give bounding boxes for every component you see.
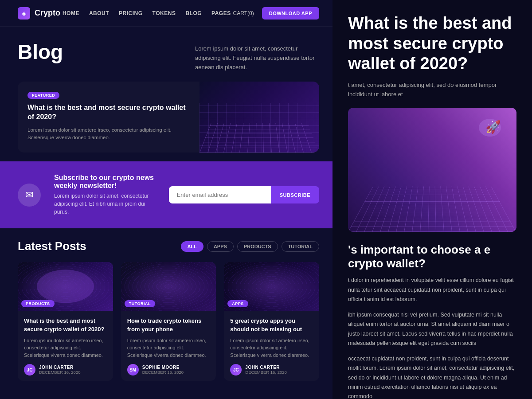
- laptop-keyboard-graphic: [200, 123, 319, 153]
- author-avatar-1: JC: [24, 364, 35, 376]
- posts-grid: PRODUCTS What is the best and most secur…: [18, 262, 319, 381]
- filter-products[interactable]: PRODUCTS: [237, 241, 278, 252]
- post-card-3[interactable]: APPS 5 great crypto apps you should not …: [224, 262, 319, 381]
- rocket-icon: 🚀: [477, 114, 503, 141]
- left-panel: ◈ Crypto HOME ABOUT PRICING TOKENS BLOG …: [0, 0, 337, 399]
- right-panel: What is the best and most secure crypto …: [332, 0, 532, 399]
- laptop-image: 🚀: [348, 108, 516, 232]
- featured-text: Lorem ipsum dolor sit ametero irseo, con…: [27, 126, 190, 142]
- cart-link[interactable]: CART(0): [233, 10, 254, 16]
- filter-tutorial[interactable]: TUTORIAL: [282, 241, 319, 252]
- post-text-1: Lorem ipsum dolor sit ametero irseo, con…: [24, 337, 107, 359]
- logo-icon: ◈: [18, 7, 30, 20]
- post-badge-3: APPS: [227, 300, 248, 307]
- post-title-2: How to trade crypto tokens from your pho…: [127, 317, 210, 333]
- author-date-2: DECEMBER 16, 2020: [142, 370, 184, 375]
- blog-title: Blog: [18, 40, 63, 64]
- newsletter-section: ✉ Subscribe to our crypto news weekly ne…: [0, 161, 337, 228]
- featured-content: FEATURED What is the best and most secur…: [18, 82, 200, 153]
- svg-text:🚀: 🚀: [485, 120, 501, 134]
- nav-pricing[interactable]: PRICING: [119, 10, 143, 16]
- email-icon: ✉: [18, 184, 41, 207]
- post-content-1: What is the best and most secure crypto …: [18, 311, 113, 381]
- blog-description: Lorem ipsum dolor sit amet, consectetur …: [195, 44, 319, 72]
- logo-text: Crypto: [35, 8, 60, 18]
- nav-tokens[interactable]: TOKENS: [153, 10, 176, 16]
- author-date-1: DECEMBER 16, 2020: [39, 370, 80, 375]
- nav-about[interactable]: ABOUT: [89, 10, 109, 16]
- article-body: 's important to choose a e crypto wallet…: [348, 243, 516, 399]
- author-info-1: JOHN CARTER DECEMBER 16, 2020: [39, 365, 80, 375]
- featured-badge: FEATURED: [27, 92, 59, 99]
- logo[interactable]: ◈ Crypto: [18, 7, 60, 20]
- article-hero-text: t amet, consectetur adipiscing elit, sed…: [348, 81, 516, 99]
- navbar: ◈ Crypto HOME ABOUT PRICING TOKENS BLOG …: [0, 0, 337, 27]
- author-name-2: SOPHIE MOORE: [142, 365, 184, 370]
- latest-posts-section: Latest Posts ALL APPS PRODUCTS TUTORIAL …: [0, 228, 337, 392]
- post-badge-1: PRODUCTS: [21, 300, 55, 307]
- post-badge-2: TUTORIAL: [125, 300, 155, 307]
- blog-section: Blog Lorem ipsum dolor sit amet, consect…: [0, 27, 337, 161]
- nav-blog[interactable]: BLOG: [185, 10, 202, 16]
- latest-header: Latest Posts ALL APPS PRODUCTS TUTORIAL: [18, 239, 319, 253]
- post-title-3: 5 great crypto apps you should not be mi…: [230, 317, 313, 333]
- featured-image: [200, 82, 319, 153]
- nav-home[interactable]: HOME: [63, 10, 79, 16]
- email-input[interactable]: [169, 186, 271, 203]
- post-card-2[interactable]: TUTORIAL How to trade crypto tokens from…: [121, 262, 216, 381]
- filter-all[interactable]: ALL: [181, 241, 203, 252]
- newsletter-description: Lorem ipsum dolor sit amet, consectetur …: [54, 192, 156, 216]
- blog-header: Blog Lorem ipsum dolor sit amet, consect…: [18, 40, 319, 72]
- article-para-3: occaecat cupidatat non proident, sunt in…: [348, 354, 516, 399]
- article-para-2: ibh ipsum consequat nisl vel pretium. Se…: [348, 310, 516, 348]
- nav-pages[interactable]: PAGES: [211, 10, 231, 16]
- post-card-1[interactable]: PRODUCTS What is the best and most secur…: [18, 262, 113, 381]
- newsletter-title: Subscribe to our crypto news weekly news…: [54, 174, 156, 190]
- featured-card[interactable]: FEATURED What is the best and most secur…: [18, 82, 319, 153]
- post-text-2: Lorem ipsum dolor sit ametero irseo, con…: [127, 337, 210, 359]
- author-avatar-3: JC: [230, 364, 242, 376]
- post-content-3: 5 great crypto apps you should not be mi…: [224, 311, 319, 381]
- newsletter-form: SUBSCRIBE: [169, 186, 319, 203]
- post-author-3: JC JOHN CARTER DECEMBER 16, 2020: [230, 364, 313, 376]
- post-image-2: TUTORIAL: [121, 262, 216, 311]
- post-image-3: APPS: [224, 262, 319, 311]
- author-date-3: DECEMBER 16, 2020: [245, 370, 286, 375]
- post-content-2: How to trade crypto tokens from your pho…: [121, 311, 216, 381]
- latest-posts-title: Latest Posts: [18, 239, 86, 253]
- newsletter-content: Subscribe to our crypto news weekly news…: [54, 174, 156, 216]
- post-title-1: What is the best and most secure crypto …: [24, 317, 107, 333]
- post-text-3: Lorem ipsum dolor sit ametero irseo, con…: [230, 337, 313, 359]
- article-section2-title: 's important to choose a e crypto wallet…: [348, 243, 516, 270]
- author-avatar-2: SM: [127, 364, 139, 376]
- filter-tabs: ALL APPS PRODUCTS TUTORIAL: [181, 241, 320, 252]
- nav-right: CART(0) DOWNLOAD APP: [233, 7, 319, 20]
- featured-title: What is the best and most secure crypto …: [27, 103, 190, 122]
- download-button[interactable]: DOWNLOAD APP: [262, 7, 319, 20]
- post-author-1: JC JOHN CARTER DECEMBER 16, 2020: [24, 364, 107, 376]
- laptop-keyboard-right: [348, 187, 516, 232]
- filter-apps[interactable]: APPS: [207, 241, 234, 252]
- nav-links: HOME ABOUT PRICING TOKENS BLOG PAGES: [63, 10, 231, 16]
- author-name-3: JOHN CARTER: [245, 365, 286, 370]
- subscribe-button[interactable]: SUBSCRIBE: [271, 186, 319, 203]
- author-info-3: JOHN CARTER DECEMBER 16, 2020: [245, 365, 286, 375]
- author-info-2: SOPHIE MOORE DECEMBER 16, 2020: [142, 365, 184, 375]
- post-author-2: SM SOPHIE MOORE DECEMBER 16, 2020: [127, 364, 210, 376]
- article-para-1: t dolor in reprehenderit in voluptate ve…: [348, 276, 516, 304]
- article-main-title: What is the best and most secure crypto …: [348, 13, 516, 74]
- post-image-1: PRODUCTS: [18, 262, 113, 311]
- author-name-1: JOHN CARTER: [39, 365, 80, 370]
